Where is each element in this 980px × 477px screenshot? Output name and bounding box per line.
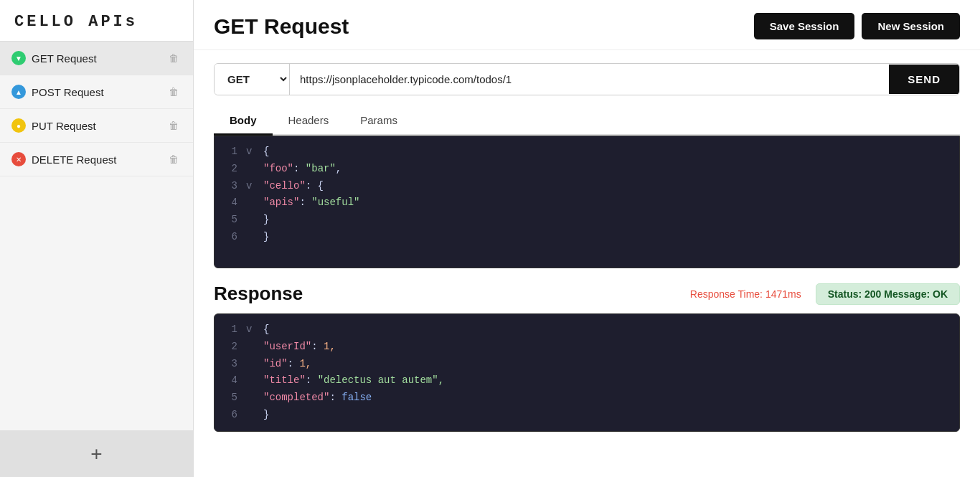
delete-item-button-get-request[interactable]: 🗑 <box>166 51 182 65</box>
delete-item-button-delete-request[interactable]: 🗑 <box>166 152 182 166</box>
response-status: Status: 200 Message: OK <box>816 283 960 305</box>
line-number: 5 <box>225 212 237 229</box>
code-text: } <box>263 212 949 229</box>
sidebar-item-label-delete-request: DELETE Request <box>32 154 160 166</box>
response-header: Response Response Time: 1471ms Status: 2… <box>214 283 960 305</box>
delete-method-icon: ✕ <box>11 152 26 166</box>
main-content: GET Request Save Session New Session GET… <box>194 0 980 477</box>
add-session-button[interactable]: + <box>0 430 193 477</box>
response-title: Response <box>214 283 303 305</box>
code-line: 2 "foo": "bar", <box>225 161 949 178</box>
tab-body[interactable]: Body <box>214 108 273 136</box>
line-number: 1 <box>225 321 237 339</box>
line-arrow: v <box>246 321 255 339</box>
response-code-text: "id": 1, <box>263 356 949 373</box>
code-line: 6 } <box>225 229 949 246</box>
page-title: GET Request <box>214 14 349 39</box>
sidebar-items: ▼GET Request🗑▲POST Request🗑●PUT Request🗑… <box>0 42 193 176</box>
code-line: 4 "apis": "useful" <box>225 194 949 212</box>
line-arrow <box>246 194 255 212</box>
code-text: "foo": "bar", <box>263 161 949 178</box>
main-header: GET Request Save Session New Session <box>194 0 980 50</box>
tabs: BodyHeadersParams <box>214 108 960 136</box>
code-line: 3v "cello": { <box>225 178 949 195</box>
get-method-icon: ▼ <box>11 51 26 65</box>
line-number: 3 <box>225 356 237 373</box>
line-number: 2 <box>225 339 237 356</box>
response-code-text: "completed": false <box>263 389 949 407</box>
code-text: "cello": { <box>263 178 949 195</box>
delete-item-button-post-request[interactable]: 🗑 <box>166 85 182 99</box>
method-select[interactable]: GETPOSTPUTDELETEPATCH <box>215 64 290 95</box>
response-code-line: 4 "title": "delectus aut autem", <box>225 372 949 389</box>
line-number: 4 <box>225 372 237 389</box>
response-body: 1v{2 "userId": 1,3 "id": 1,4 "title": "d… <box>214 313 960 432</box>
url-input[interactable] <box>290 65 889 94</box>
sidebar-item-get-request[interactable]: ▼GET Request🗑 <box>0 42 193 75</box>
send-button[interactable]: SEND <box>889 65 959 94</box>
sidebar-item-delete-request[interactable]: ✕DELETE Request🗑 <box>0 143 193 176</box>
line-number: 6 <box>225 407 237 424</box>
code-text: { <box>263 143 949 161</box>
line-arrow <box>246 389 255 407</box>
request-body-editor[interactable]: 1v{2 "foo": "bar",3v "cello": {4 "apis":… <box>214 136 960 268</box>
response-meta: Response Time: 1471ms Status: 200 Messag… <box>690 283 960 305</box>
header-buttons: Save Session New Session <box>754 13 960 39</box>
sidebar-item-label-get-request: GET Request <box>32 52 160 65</box>
line-number: 4 <box>225 194 237 212</box>
sidebar-item-post-request[interactable]: ▲POST Request🗑 <box>0 75 193 109</box>
line-number: 2 <box>225 161 237 178</box>
line-arrow <box>246 161 255 178</box>
response-code-line: 2 "userId": 1, <box>225 339 949 356</box>
code-text: } <box>263 229 949 246</box>
line-arrow <box>246 407 255 424</box>
tab-headers[interactable]: Headers <box>273 108 345 136</box>
line-arrow <box>246 372 255 389</box>
sidebar-item-label-post-request: POST Request <box>32 86 160 98</box>
response-code-line: 1v{ <box>225 321 949 339</box>
response-time: Response Time: 1471ms <box>690 288 801 300</box>
line-arrow <box>246 229 255 246</box>
tab-params[interactable]: Params <box>344 108 413 136</box>
response-section: Response Response Time: 1471ms Status: 2… <box>214 283 960 432</box>
response-code-line: 5 "completed": false <box>225 389 949 407</box>
response-code-text: { <box>263 321 949 339</box>
line-number: 6 <box>225 229 237 246</box>
url-bar: GETPOSTPUTDELETEPATCH SEND <box>214 63 960 95</box>
response-code-line: 6 } <box>225 407 949 424</box>
app-logo: CELLO APIs <box>0 0 193 42</box>
put-method-icon: ● <box>11 118 26 133</box>
line-arrow: v <box>246 143 255 161</box>
response-code-text: } <box>263 407 949 424</box>
sidebar-item-put-request[interactable]: ●PUT Request🗑 <box>0 109 193 143</box>
response-code-text: "userId": 1, <box>263 339 949 356</box>
delete-item-button-put-request[interactable]: 🗑 <box>166 118 182 133</box>
line-number: 5 <box>225 389 237 407</box>
response-code-text: "title": "delectus aut autem", <box>263 372 949 389</box>
sidebar-item-label-put-request: PUT Request <box>32 120 160 132</box>
sidebar: CELLO APIs ▼GET Request🗑▲POST Request🗑●P… <box>0 0 194 477</box>
code-line: 5 } <box>225 212 949 229</box>
response-code-line: 3 "id": 1, <box>225 356 949 373</box>
line-number: 1 <box>225 143 237 161</box>
line-arrow: v <box>246 178 255 195</box>
code-line: 1v{ <box>225 143 949 161</box>
line-arrow <box>246 339 255 356</box>
post-method-icon: ▲ <box>11 85 26 99</box>
line-arrow <box>246 212 255 229</box>
line-number: 3 <box>225 178 237 195</box>
code-text: "apis": "useful" <box>263 194 949 212</box>
line-arrow <box>246 356 255 373</box>
new-session-button[interactable]: New Session <box>862 13 960 39</box>
save-session-button[interactable]: Save Session <box>754 13 855 39</box>
